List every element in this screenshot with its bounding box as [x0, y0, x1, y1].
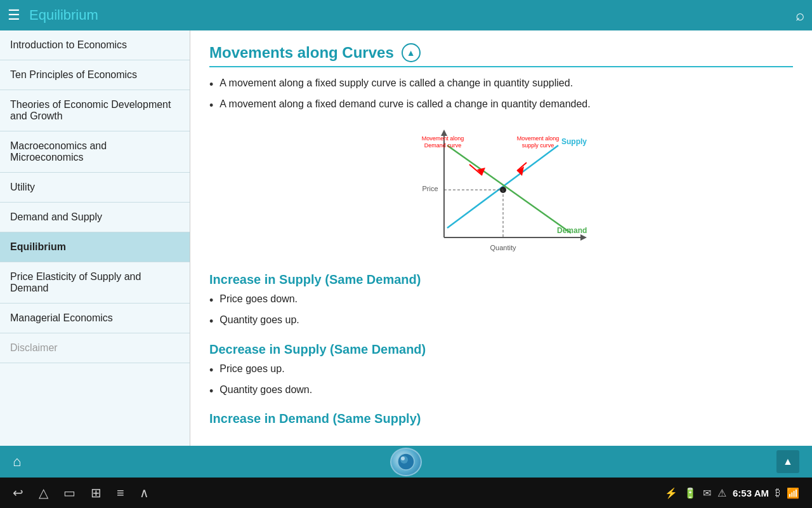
subsection-title-3: Increase in Demand (Same Supply): [209, 411, 793, 426]
increase-supply-bullet-1: • Price goes down.: [209, 293, 793, 308]
svg-text:Movement along: Movement along: [517, 135, 560, 142]
wifi-icon: 📶: [787, 487, 799, 499]
svg-marker-3: [580, 234, 587, 241]
bullet-text: Quantity goes down.: [219, 384, 312, 396]
sidebar-item-price-elasticity[interactable]: Price Elasticity of Supply and Demand: [0, 262, 190, 304]
header-left: ☰ Equilibrium: [8, 7, 98, 23]
scroll-top-button[interactable]: ▲: [776, 450, 799, 473]
bullet-text: Price goes up.: [219, 363, 284, 375]
chevron-up-icon[interactable]: ∧: [140, 485, 149, 500]
main-layout: Introduction to Economics Ten Principles…: [0, 30, 812, 446]
clock-display: 6:53 AM: [733, 488, 769, 498]
decrease-supply-bullet-1: • Price goes up.: [209, 363, 793, 378]
decrease-supply-bullet-2: • Quantity goes down.: [209, 384, 793, 399]
sidebar-item-label: Disclaimer: [10, 342, 58, 354]
sidebar-item-theories[interactable]: Theories of Economic Development and Gro…: [0, 90, 190, 131]
svg-text:Movement along: Movement along: [422, 135, 464, 142]
logo-icon: [396, 452, 416, 471]
bullet-text: Quantity goes up.: [219, 314, 299, 326]
sidebar-item-label: Macroeconomics and Microeconomics: [10, 140, 180, 163]
bullet-dot: •: [209, 384, 213, 399]
bullet-text: Price goes down.: [219, 293, 298, 305]
sidebar-item-equilibrium[interactable]: Equilibrium: [0, 232, 190, 262]
sidebar-item-intro[interactable]: Introduction to Economics: [0, 30, 190, 60]
menu-icon[interactable]: ≡: [117, 486, 124, 500]
header: ☰ Equilibrium ⌕: [0, 0, 812, 30]
sidebar-item-label: Introduction to Economics: [10, 39, 127, 51]
app-logo: [390, 448, 422, 476]
svg-text:Quantity: Quantity: [490, 244, 516, 251]
bullet-text-1: A movement along a fixed supply curve is…: [219, 77, 573, 89]
sidebar-item-label: Equilibrium: [10, 241, 66, 253]
warning-icon: ⚠: [717, 487, 726, 499]
home-button[interactable]: ⌂: [13, 453, 21, 470]
back-icon[interactable]: ↩: [13, 485, 23, 500]
android-nav: ↩ △ ▭ ⊞ ≡ ∧ ⚡ 🔋 ✉ ⚠ 6:53 AM ₿ 📶: [0, 478, 812, 508]
svg-line-5: [447, 145, 571, 233]
section-header: Movements along Curves ▲: [209, 43, 793, 67]
svg-point-23: [401, 457, 405, 460]
supply-demand-chart: Movement along Demand curve Movement alo…: [400, 126, 603, 260]
sidebar-item-disclaimer[interactable]: Disclaimer: [0, 333, 190, 363]
subsection-title-2: Decrease in Supply (Same Demand): [209, 342, 793, 357]
bottom-nav: ⌂ ▲: [0, 446, 812, 478]
sidebar-item-ten-principles[interactable]: Ten Principles of Economics: [0, 60, 190, 90]
bullet-dot-1: •: [209, 77, 213, 92]
sidebar-item-utility[interactable]: Utility: [0, 173, 190, 203]
chart-container: Movement along Demand curve Movement alo…: [209, 126, 793, 260]
sidebar-item-macro[interactable]: Macroeconomics and Microeconomics: [0, 131, 190, 173]
android-home-icon[interactable]: △: [39, 485, 48, 500]
email-icon: ✉: [703, 487, 711, 499]
sidebar-item-label: Price Elasticity of Supply and Demand: [10, 271, 180, 294]
content-area: Movements along Curves ▲ • A movement al…: [190, 30, 812, 446]
grid-icon[interactable]: ⊞: [91, 485, 102, 500]
sidebar-item-label: Theories of Economic Development and Gro…: [10, 99, 180, 122]
sidebar: Introduction to Economics Ten Principles…: [0, 30, 190, 446]
bullet-dot-2: •: [209, 98, 213, 113]
svg-text:Supply: Supply: [561, 137, 587, 146]
hamburger-icon[interactable]: ☰: [8, 7, 20, 23]
bullet-2: • A movement along a fixed demand curve …: [209, 98, 793, 113]
sidebar-item-label: Utility: [10, 182, 35, 193]
svg-text:Demand: Demand: [557, 226, 587, 235]
scroll-up-button[interactable]: ▲: [402, 43, 421, 62]
search-icon[interactable]: ⌕: [796, 6, 804, 24]
svg-text:Demand curve: Demand curve: [424, 142, 462, 149]
sidebar-item-label: Demand and Supply: [10, 211, 102, 223]
sidebar-item-label: Ten Principles of Economics: [10, 69, 137, 81]
subsection-title-1: Increase in Supply (Same Demand): [209, 272, 793, 287]
increase-supply-bullet-2: • Quantity goes up.: [209, 314, 793, 329]
svg-text:Price: Price: [422, 185, 438, 192]
bullet-1: • A movement along a fixed supply curve …: [209, 77, 793, 92]
recent-apps-icon[interactable]: ▭: [63, 485, 75, 500]
header-title: Equilibrium: [29, 7, 98, 23]
bullet-dot: •: [209, 293, 213, 308]
svg-text:supply curve: supply curve: [522, 142, 554, 149]
section-title: Movements along Curves: [209, 44, 394, 62]
bullet-text-2: A movement along a fixed demand curve is…: [219, 98, 590, 110]
usb-icon: ⚡: [665, 487, 678, 499]
bluetooth-icon: ₿: [775, 487, 780, 498]
bullet-dot: •: [209, 363, 213, 378]
android-nav-right: ⚡ 🔋 ✉ ⚠ 6:53 AM ₿ 📶: [665, 487, 799, 499]
sidebar-item-label: Managerial Economics: [10, 312, 113, 324]
sidebar-item-demand-supply[interactable]: Demand and Supply: [0, 203, 190, 232]
sidebar-item-managerial[interactable]: Managerial Economics: [0, 304, 190, 333]
battery-icon: 🔋: [684, 487, 697, 499]
bullet-dot: •: [209, 314, 213, 329]
android-nav-left: ↩ △ ▭ ⊞ ≡ ∧: [13, 485, 149, 500]
